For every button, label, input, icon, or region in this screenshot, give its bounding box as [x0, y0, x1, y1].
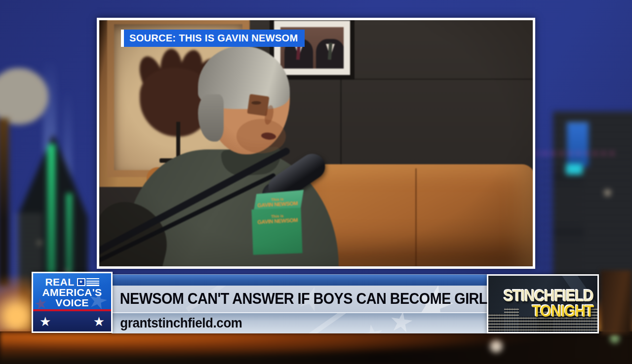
- star-icon: ★: [387, 312, 416, 333]
- foreground-city-glow: [0, 331, 632, 364]
- vignette: [99, 20, 533, 266]
- video-frame: This is GAVIN NEWSOM This is GAVIN NEWSO…: [97, 18, 535, 269]
- source-tag-label: SOURCE: THIS IS GAVIN NEWSOM: [124, 30, 305, 47]
- network-logo-line3: VOICE: [32, 297, 112, 308]
- logo-star-bar: ★ ★: [33, 311, 111, 331]
- teal-sign-light: [566, 164, 583, 175]
- reunion-tower-mast: [0, 118, 9, 286]
- star-icon: ★: [358, 319, 386, 333]
- show-logo-stinchfield-tonight: STINCHFIELD TONIGHT: [487, 274, 599, 333]
- network-logo-line2: AMERICA'S: [32, 287, 112, 297]
- video-content: This is GAVIN NEWSOM This is GAVIN NEWSO…: [99, 20, 533, 266]
- desk-edge: [600, 270, 632, 334]
- interview-scene: This is GAVIN NEWSOM This is GAVIN NEWSO…: [99, 20, 533, 266]
- streak-decoration: [278, 312, 362, 333]
- broadcast-screenshot: This is GAVIN NEWSOM This is GAVIN NEWSO…: [0, 0, 632, 364]
- foreground-city-strip: [0, 331, 632, 364]
- show-logo-line2: TONIGHT: [504, 303, 593, 319]
- headline-text: NEWSOM CAN'T ANSWER IF BOYS CAN BECOME G…: [112, 290, 488, 308]
- lower-third-banner: ★ ★ ★ NEWSOM CAN'T ANSWER IF BOYS CAN BE…: [112, 274, 488, 333]
- us-flag-icon: ★: [77, 278, 99, 286]
- network-logo-text: REAL ★ AMERICA'S VOICE: [33, 277, 111, 308]
- reunion-tower-sphere: [0, 68, 48, 125]
- banner-website-strip: ★ ★ grantstinchfield.com: [112, 312, 488, 333]
- network-logo-line1: REAL: [45, 277, 74, 287]
- pink-lights: [532, 151, 616, 156]
- source-attribution-tag: SOURCE: THIS IS GAVIN NEWSOM: [121, 30, 305, 47]
- website-text: grantstinchfield.com: [112, 316, 242, 331]
- star-icon: ★: [40, 315, 51, 328]
- banner-headline-strip: ★ ★ ★ NEWSOM CAN'T ANSWER IF BOYS CAN BE…: [112, 286, 488, 312]
- show-logo-text: STINCHFIELD TONIGHT: [494, 289, 593, 319]
- banner-top-strip: [112, 274, 488, 286]
- star-icon: ★: [93, 315, 105, 328]
- network-logo-real-americas-voice: ★ ★ REAL ★ AMERICA'S VOICE ★ ★: [32, 272, 113, 333]
- show-logo-line1: STINCHFIELD: [504, 289, 593, 303]
